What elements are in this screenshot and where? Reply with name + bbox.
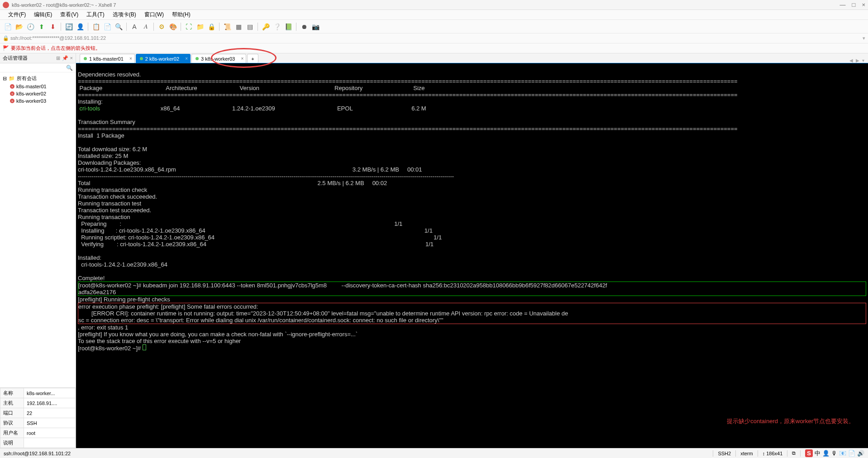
prop-row: 说明 bbox=[0, 438, 76, 448]
title-bar: k8s-worker02 - root@k8s-worker02:~ - Xsh… bbox=[0, 0, 868, 10]
tab-master01[interactable]: 1 k8s-master01× bbox=[80, 54, 135, 63]
tile-icon[interactable]: ▦ bbox=[234, 22, 243, 32]
key-icon[interactable]: 🔑 bbox=[261, 22, 271, 32]
open-icon[interactable]: 📂 bbox=[14, 22, 24, 32]
tab-close-icon[interactable]: × bbox=[185, 56, 188, 61]
recent-icon[interactable]: 🕘 bbox=[25, 22, 35, 32]
dropdown-icon[interactable]: ▾ bbox=[863, 35, 865, 41]
system-tray: S 中 👤 🎙 📧 📄 🔊 bbox=[805, 449, 864, 458]
tree-root[interactable]: ⊟ 📁 所有会话 bbox=[1, 74, 75, 83]
tab-prev-icon[interactable]: ◀ bbox=[849, 58, 853, 63]
minimize-button[interactable]: — bbox=[840, 1, 846, 8]
tree-item[interactable]: sk8s-master01 bbox=[1, 83, 75, 90]
status-size: ↕ 186x41 bbox=[763, 451, 783, 456]
tab-next-icon[interactable]: ▶ bbox=[856, 58, 859, 63]
address-bar[interactable]: 🔒 ssh://root:**************@192.168.91.1… bbox=[0, 33, 868, 43]
tray-user-icon[interactable]: 👤 bbox=[822, 450, 830, 457]
sidebar-close-icon[interactable]: × bbox=[70, 55, 73, 61]
color-icon[interactable]: 🎨 bbox=[168, 22, 178, 32]
connect-icon[interactable]: ⬆ bbox=[37, 22, 47, 32]
prop-row: 用户名root bbox=[0, 428, 76, 438]
minus-icon: ⊟ bbox=[3, 76, 7, 81]
prop-row: 名称k8s-worker... bbox=[0, 388, 76, 398]
highlight-red: error execution phase preflight: [prefli… bbox=[78, 303, 866, 324]
menu-view[interactable]: 查看(V) bbox=[57, 10, 82, 19]
sidebar-header: 会话管理器 ⊞📌× bbox=[0, 53, 76, 63]
prop-row: 端口22 bbox=[0, 408, 76, 418]
tray-vol-icon[interactable]: 🔊 bbox=[857, 450, 864, 457]
tab-close-icon[interactable]: × bbox=[241, 56, 243, 61]
help-icon[interactable]: ❔ bbox=[272, 22, 282, 32]
hint-bar: 🚩 要添加当前会话，点击左侧的箭头按钮。 bbox=[0, 43, 868, 53]
menu-tools[interactable]: 工具(T) bbox=[83, 10, 108, 19]
tray-doc-icon[interactable]: 📄 bbox=[848, 450, 855, 457]
status-dot-icon bbox=[84, 57, 87, 60]
tab-close-icon[interactable]: × bbox=[129, 56, 132, 61]
status-ssh: SSH2 bbox=[718, 451, 731, 456]
close-button[interactable]: × bbox=[862, 1, 865, 8]
tray-mic-icon[interactable]: 🎙 bbox=[831, 450, 837, 457]
tree-item[interactable]: sk8s-worker02 bbox=[1, 90, 75, 97]
folder-icon: 📁 bbox=[9, 76, 15, 81]
fullscreen-icon[interactable]: ⛶ bbox=[184, 22, 194, 32]
tab-worker02[interactable]: 2 k8s-worker02× bbox=[136, 54, 191, 63]
tab-worker03[interactable]: 3 k8s-worker03× bbox=[191, 54, 246, 63]
menu-bar: 文件(F) 编辑(E) 查看(V) 工具(T) 选项卡(B) 窗口(W) 帮助(… bbox=[0, 10, 868, 20]
highlight-green: [root@k8s-worker02 ~]# kubeadm join 192.… bbox=[78, 281, 866, 296]
search-icon[interactable]: 🔍 bbox=[114, 22, 124, 32]
disconnect-icon[interactable]: ⬇ bbox=[48, 22, 58, 32]
tab-menu-icon[interactable]: ▾ bbox=[862, 58, 864, 63]
sidebar-title: 会话管理器 bbox=[3, 55, 28, 62]
property-table: 名称k8s-worker... 主机192.168.91.... 端口22 协议… bbox=[0, 387, 76, 448]
font-icon[interactable]: A bbox=[129, 22, 139, 32]
ime-lang[interactable]: 中 bbox=[815, 449, 820, 458]
menu-help[interactable]: 帮助(H) bbox=[168, 10, 194, 19]
sidebar-search[interactable]: 🔍 bbox=[0, 63, 76, 72]
window-title: k8s-worker02 - root@k8s-worker02:~ - Xsh… bbox=[12, 2, 840, 8]
menu-edit[interactable]: 编辑(E) bbox=[30, 10, 56, 19]
root-label: 所有会话 bbox=[17, 75, 37, 82]
session-icon: s bbox=[10, 91, 14, 96]
tray-mail-icon[interactable]: 📧 bbox=[839, 450, 846, 457]
reconnect-icon[interactable]: 🔄 bbox=[64, 22, 74, 32]
lock-icon[interactable]: 🔒 bbox=[206, 22, 216, 32]
prop-icon[interactable]: ⚙ bbox=[157, 22, 167, 32]
menu-file[interactable]: 文件(F) bbox=[5, 10, 29, 19]
toolbar: 📄 📂 🕘 ⬆ ⬇ 🔄 👤 📋 📄 🔍 A 𝐴 ⚙ 🎨 ⛶ 📁 🔒 📜 ▦ ▤ … bbox=[0, 20, 868, 33]
screenshot-icon[interactable]: 📷 bbox=[310, 22, 320, 32]
session-icon: s bbox=[10, 99, 14, 103]
tab-bar: 1 k8s-master01× 2 k8s-worker02× 3 k8s-wo… bbox=[76, 53, 868, 63]
ime-icon[interactable]: S bbox=[805, 449, 813, 457]
record-icon[interactable]: ⏺ bbox=[299, 22, 309, 32]
annotation-text: 提示缺少containerd，原来worker节点也要安装。 bbox=[727, 418, 854, 425]
status-dot-icon bbox=[140, 57, 143, 60]
script-icon[interactable]: 📜 bbox=[222, 22, 232, 32]
profile-icon[interactable]: 👤 bbox=[75, 22, 85, 32]
magnify-icon: 🔍 bbox=[66, 65, 73, 71]
cascade-icon[interactable]: ▤ bbox=[245, 22, 255, 32]
menu-tabs[interactable]: 选项卡(B) bbox=[109, 10, 140, 19]
xftp-icon[interactable]: 📗 bbox=[283, 22, 293, 32]
paste-icon[interactable]: 📄 bbox=[102, 22, 112, 32]
maximize-button[interactable]: □ bbox=[852, 1, 856, 8]
copy-icon[interactable]: 📋 bbox=[91, 22, 101, 32]
status-conn: ssh://root@192.168.91.101:22 bbox=[4, 451, 71, 456]
pin-icon[interactable]: 📌 bbox=[62, 55, 68, 61]
status-sess: ⧉ bbox=[792, 450, 796, 456]
font2-icon[interactable]: 𝐴 bbox=[141, 22, 151, 32]
status-term: xterm bbox=[740, 451, 753, 456]
session-tree: ⊟ 📁 所有会话 sk8s-master01 sk8s-worker02 sk8… bbox=[0, 72, 76, 387]
cursor bbox=[143, 344, 146, 350]
terminal[interactable]: Dependencies resolved. =================… bbox=[76, 63, 868, 448]
transfer-icon[interactable]: 📁 bbox=[195, 22, 205, 32]
menu-window[interactable]: 窗口(W) bbox=[141, 10, 167, 19]
flag-icon: 🚩 bbox=[3, 45, 9, 51]
app-icon bbox=[3, 2, 9, 8]
browse-icon[interactable]: ⊞ bbox=[56, 55, 60, 61]
sidebar: 会话管理器 ⊞📌× 🔍 ⊟ 📁 所有会话 sk8s-master01 sk8s-… bbox=[0, 53, 76, 448]
hint-text: 要添加当前会话，点击左侧的箭头按钮。 bbox=[11, 45, 100, 52]
tab-add[interactable]: + bbox=[247, 54, 258, 63]
prop-row: 主机192.168.91.... bbox=[0, 398, 76, 408]
tree-item[interactable]: sk8s-worker03 bbox=[1, 97, 75, 105]
new-icon[interactable]: 📄 bbox=[3, 22, 13, 32]
